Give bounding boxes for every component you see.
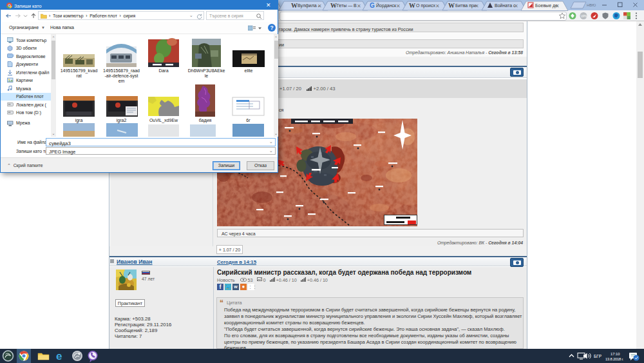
svg-text:-air-defence-syst: -air-defence-syst	[104, 74, 138, 79]
svg-text:W: W	[330, 2, 337, 9]
svg-text:Войната с: Войната с	[495, 3, 516, 8]
svg-text:e: e	[56, 350, 62, 362]
svg-text:✕: ✕	[435, 3, 440, 9]
svg-text:✕: ✕	[357, 3, 361, 9]
svg-text:VPN: VPN	[581, 15, 587, 18]
svg-text:W: W	[448, 2, 455, 9]
svg-text:Dara: Dara	[158, 68, 168, 73]
svg-text:бадия: бадия	[199, 118, 212, 123]
svg-text:Йорданск: Йорданск	[376, 3, 397, 8]
svg-text:1495156799_kvad: 1495156799_kvad	[61, 68, 98, 74]
svg-text:OuViL_xd9Ew: OuViL_xd9Ew	[149, 118, 178, 123]
svg-text:✕: ✕	[555, 3, 560, 9]
svg-text:igra: igra	[75, 118, 83, 123]
svg-text:Геты — В: Геты — В	[337, 3, 357, 8]
svg-text:le: le	[205, 74, 209, 78]
svg-text:О происх: О происх	[416, 3, 435, 8]
svg-text:Битва при: Битва при	[455, 3, 477, 8]
svg-text:Вулфила -: Вулфила -	[298, 3, 320, 8]
svg-text:W: W	[291, 2, 298, 9]
svg-text:em: em	[118, 79, 125, 83]
svg-text:1495156879_raad: 1495156879_raad	[103, 68, 140, 74]
svg-text:13.8.2018 г.: 13.8.2018 г.	[605, 357, 624, 361]
svg-text:✕: ✕	[514, 3, 518, 9]
svg-text:elite: elite	[245, 68, 253, 73]
svg-text:Dh6WnP3U8AEke: Dh6WnP3U8AEke	[188, 68, 225, 73]
svg-text:Боевые де: Боевые де	[535, 3, 558, 8]
svg-text:W: W	[409, 2, 415, 9]
svg-text:G: G	[370, 2, 375, 9]
svg-text:НВЮ: НВЮ	[587, 3, 596, 7]
svg-text:✕: ✕	[396, 3, 401, 9]
svg-text:✕: ✕	[475, 3, 479, 9]
svg-text:6г: 6г	[246, 118, 251, 123]
svg-text:✕: ✕	[317, 3, 322, 9]
svg-text:igra2: igra2	[117, 118, 127, 123]
svg-text:17:10: 17:10	[611, 352, 620, 356]
svg-text:rat: rat	[76, 74, 81, 78]
svg-text:БГР: БГР	[594, 354, 601, 358]
